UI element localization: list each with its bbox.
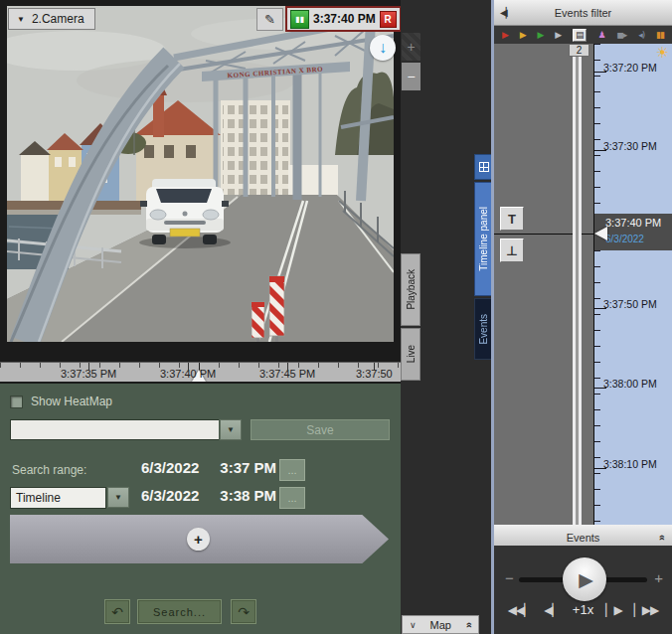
events-filter-header: ◀▏ Events filter	[494, 0, 672, 26]
timeline-zoom-out-button[interactable]: −	[402, 63, 420, 90]
range-end-time: 3:38 PM	[220, 487, 276, 504]
range-start-browse-button[interactable]: ...	[279, 459, 305, 481]
ok-events-filter-icon[interactable]: ▶	[538, 31, 544, 40]
undo-icon: ↶	[111, 604, 123, 620]
neutral-events-filter-icon[interactable]: ▶	[555, 31, 561, 40]
timeline-tick-label: 3:37:20 PM	[603, 62, 657, 74]
set-range-begin-button[interactable]: T	[500, 207, 524, 231]
tab-live[interactable]: Live	[401, 328, 420, 381]
video-ruler-tick-label: 3:37:35 PM	[61, 368, 116, 380]
chevron-down-icon: ▼	[17, 15, 25, 24]
events-list-title: Events	[567, 532, 600, 544]
events-filter-panel: ◀▏ Events filter ▶▶▶▶▤♟◼▸◂)▮▮ T ⊥ 2 ☀ 3:…	[494, 0, 672, 634]
timeline-ruler[interactable]: ☀ 3:37:40 PM 6/3/2022 3:37:20 PM3:37:30 …	[593, 44, 672, 525]
search-settings-panel: Show HeatMap ▼ Save Search range: 6/3/20…	[0, 384, 401, 634]
daytime-sun-icon: ☀	[656, 44, 669, 62]
camera-clock-widget: ▮▮ 3:37:40 PM R	[285, 6, 402, 32]
current-time-label: 3:37:40 PM	[605, 217, 661, 229]
application-window: KONG CHRISTIAN X BRO	[0, 0, 672, 634]
pause-events-filter-icon[interactable]: ▮▮	[656, 31, 664, 40]
alarm-events-filter-icon[interactable]: ▶	[502, 31, 508, 40]
range-end-value: 6/3/2022 3:38 PM	[141, 487, 276, 504]
chevron-down-icon: ▼	[227, 425, 235, 434]
timeline-minor-ticks	[594, 44, 600, 525]
camera-events-filter-icon[interactable]: ◼▸	[616, 31, 626, 40]
speed-decrease-button[interactable]: −	[505, 569, 514, 586]
chevron-down-icon: ▼	[114, 493, 122, 502]
comment-icon[interactable]: ✎	[256, 8, 283, 31]
event-type-filter-toolbar: ▶▶▶▶▤♟◼▸◂)▮▮	[494, 26, 672, 44]
query-pipeline-band: +	[10, 515, 389, 563]
expand-up-icon: »	[655, 534, 667, 540]
set-range-end-button[interactable]: ⊥	[500, 238, 524, 262]
chevron-down-icon: ∨	[410, 620, 417, 630]
map-panel-button[interactable]: ∨ Map »	[402, 615, 479, 634]
camera-video-frame: KONG CHRISTIAN X BRO	[7, 6, 394, 342]
pause-icon[interactable]: ▮▮	[290, 10, 309, 29]
show-heatmap-label: Show HeatMap	[31, 395, 112, 408]
query-preset-dropdown-button[interactable]: ▼	[220, 419, 242, 440]
range-start-value: 6/3/2022 3:37 PM	[141, 459, 276, 476]
video-time-ruler[interactable]: 3:37:35 PM3:37:40 PM3:37:45 PM3:37:50	[0, 362, 401, 382]
video-ruler-tick-label: 3:37:45 PM	[259, 368, 315, 380]
range-source-dropdown-button[interactable]: ▼	[107, 487, 129, 508]
collapse-left-icon[interactable]: ◀▏	[500, 7, 511, 18]
operator-events-filter-icon[interactable]: ♟	[597, 31, 604, 40]
next-event-button[interactable]: ▏▶▶	[634, 604, 659, 616]
camera-tile: KONG CHRISTIAN X BRO	[0, 0, 401, 384]
range-end-browse-button[interactable]: ...	[279, 487, 305, 509]
prev-event-button[interactable]: ◀◀▏	[508, 604, 533, 616]
archive-track[interactable]	[573, 57, 586, 525]
speed-increase-button[interactable]: +	[654, 569, 663, 586]
range-start-time: 3:37 PM	[220, 459, 276, 476]
step-back-button[interactable]: ◀▏	[544, 604, 560, 616]
audio-events-filter-icon[interactable]: ◂)	[638, 31, 644, 40]
play-button[interactable]: ▶	[563, 557, 606, 601]
query-preset-input[interactable]	[10, 419, 219, 440]
timeline-tick-label: 3:38:00 PM	[603, 378, 657, 390]
current-position-arrow[interactable]	[594, 227, 607, 240]
tab-playback[interactable]: Playback	[401, 253, 420, 326]
camera-selector-button[interactable]: ▼ 2.Camera	[8, 8, 95, 30]
map-button-label: Map	[430, 619, 451, 631]
record-indicator[interactable]: R	[380, 11, 397, 28]
video-ruler-tick-label: 3:37:40 PM	[160, 368, 216, 380]
warning-events-filter-icon[interactable]: ▶	[520, 31, 526, 40]
camera-clock: 3:37:40 PM	[313, 12, 376, 26]
range-start-date: 6/3/2022	[141, 459, 199, 476]
export-download-icon[interactable]: ↓	[370, 35, 396, 61]
timeline-tick-label: 3:37:30 PM	[603, 140, 657, 152]
video-ruler-tick-label: 3:37:50	[356, 368, 393, 380]
step-forward-button[interactable]: ▏▶	[605, 604, 621, 616]
timeline-tick-label: 3:38:10 PM	[603, 458, 657, 470]
add-criterion-button[interactable]: +	[187, 528, 210, 551]
show-heatmap-checkbox[interactable]	[10, 396, 23, 408]
redo-button[interactable]: ↷	[231, 599, 256, 624]
undo-button[interactable]: ↶	[104, 599, 130, 624]
range-end-date: 6/3/2022	[141, 487, 199, 504]
camera-track-header: 2	[569, 44, 589, 57]
search-range-label: Search range:	[12, 463, 86, 477]
range-source-select[interactable]: Timeline	[10, 487, 106, 509]
expand-up-icon: »	[462, 621, 474, 627]
text-events-filter-icon[interactable]: ▤	[573, 29, 587, 42]
timeline-tick-label: 3:37:50 PM	[603, 298, 657, 310]
playback-transport-panel: − + ▶ ◀◀▏◀▏+1x▏▶▏▶▶	[494, 546, 672, 634]
timeline-body: T ⊥ 2 ☀ 3:37:40 PM 6/3/2022 3:37:20 PM3:…	[494, 44, 672, 525]
bridge-scene-image: KONG CHRISTIAN X BRO	[7, 6, 394, 342]
camera-selector-label: 2.Camera	[32, 12, 84, 26]
panel-divider-column: + − Playback Live Timeline panel Events …	[401, 0, 494, 634]
range-source-value: Timeline	[16, 491, 61, 505]
timeline-zoom-in-button[interactable]: +	[402, 33, 420, 61]
search-button[interactable]: Search...	[137, 599, 222, 624]
save-button[interactable]: Save	[251, 419, 390, 440]
speed-value[interactable]: +1x	[573, 603, 593, 616]
frame-step-toolbar: ◀◀▏◀▏+1x▏▶▏▶▶	[494, 603, 672, 616]
events-filter-title: Events filter	[555, 7, 611, 19]
current-date-label: 6/3/2022	[605, 234, 644, 244]
redo-icon: ↷	[238, 604, 250, 620]
play-icon: ▶	[579, 568, 593, 590]
